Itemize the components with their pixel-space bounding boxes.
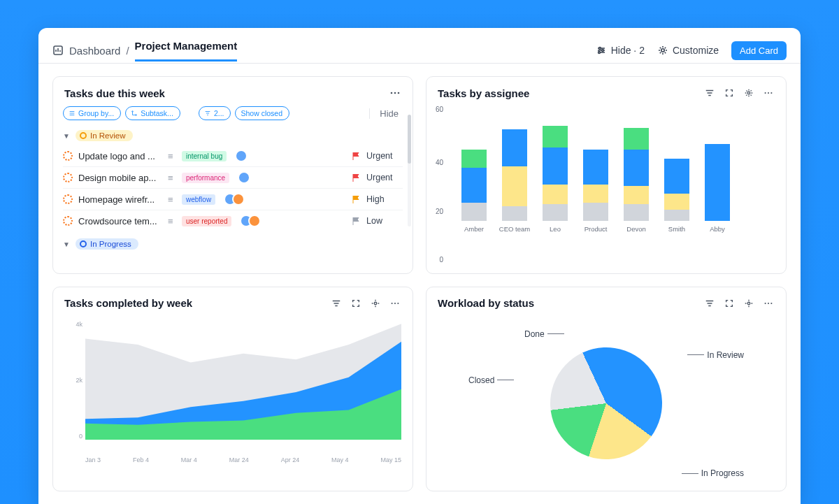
- bar-label: Devon: [626, 225, 645, 233]
- svg-point-6: [394, 92, 396, 94]
- pie-chart: Done Closed In Review In Progress: [426, 317, 786, 491]
- svg-point-2: [601, 50, 603, 52]
- pill-group-by[interactable]: Group by...: [63, 106, 121, 120]
- sliders-icon: [596, 45, 607, 56]
- bar-label: Leo: [550, 225, 561, 233]
- dashboard-grid: Tasks due this week Group by... Subtask.…: [38, 64, 801, 504]
- area-chart: 4k2k0 Jan 3Feb 4Mar 4Mar 24Apr 24May 4Ma…: [53, 317, 413, 491]
- svg-point-13: [770, 92, 772, 94]
- task-avatars: [244, 215, 261, 227]
- more-icon[interactable]: [762, 297, 775, 310]
- task-name: Homepage wirefr...: [78, 194, 162, 205]
- bar-label: Product: [585, 225, 608, 233]
- task-section-in-review: ▼ In Review Update logo and ... ≡ intern…: [53, 127, 413, 231]
- svg-point-18: [747, 302, 750, 305]
- task-row[interactable]: Crowdsource tem... ≡ user reported Low: [63, 210, 403, 231]
- svg-point-5: [391, 92, 393, 94]
- pill-subtask[interactable]: Subtask...: [125, 106, 180, 120]
- bar-label: Smith: [668, 225, 685, 233]
- breadcrumb-sep: /: [126, 45, 129, 57]
- caret-down-icon[interactable]: ▼: [63, 132, 71, 140]
- task-row[interactable]: Design mobile ap... ≡ performance Urgent: [63, 166, 403, 188]
- breadcrumb-root[interactable]: Dashboard: [69, 45, 120, 57]
- filter-icon[interactable]: [703, 87, 716, 99]
- flag-icon: [351, 216, 361, 226]
- card-tasks-by-assignee: Tasks by assignee 6040200 AmberCEO teamL…: [426, 76, 787, 274]
- task-priority: Low: [366, 216, 403, 226]
- gear-icon[interactable]: [743, 87, 755, 99]
- filter-pill-row: Group by... Subtask... 2... Show closed …: [53, 106, 413, 127]
- svg-point-19: [765, 302, 766, 303]
- avatar: [238, 171, 250, 184]
- bar-column: Devon: [624, 128, 649, 233]
- customize-label: Customize: [673, 45, 719, 56]
- pill-filter-count[interactable]: 2...: [199, 106, 231, 120]
- topbar: Dashboard / Project Management Hide · 2 …: [38, 28, 801, 63]
- task-status-icon: [63, 194, 73, 204]
- svg-point-15: [392, 302, 393, 303]
- bar-label: Amber: [464, 225, 484, 233]
- svg-point-21: [770, 302, 772, 303]
- card-workload: Workload by status Done Closed In Review…: [426, 287, 787, 492]
- gear-icon[interactable]: [743, 297, 755, 310]
- task-tag: internal bug: [182, 151, 227, 161]
- task-status-icon: [63, 173, 73, 182]
- flag-icon: [351, 151, 361, 161]
- card-title: Tasks by assignee: [438, 87, 529, 99]
- breadcrumb-current[interactable]: Project Management: [135, 40, 238, 62]
- status-badge-in-progress[interactable]: In Progress: [76, 238, 138, 250]
- task-priority: High: [366, 194, 403, 204]
- expand-icon[interactable]: [350, 297, 362, 310]
- svg-point-11: [765, 92, 766, 94]
- card-tasks-due: Tasks due this week Group by... Subtask.…: [52, 76, 413, 274]
- more-icon[interactable]: [762, 87, 775, 99]
- more-icon[interactable]: [389, 297, 401, 310]
- gear-icon: [657, 45, 668, 56]
- svg-point-16: [394, 302, 396, 303]
- svg-point-14: [374, 302, 377, 305]
- expand-icon[interactable]: [723, 297, 736, 310]
- breadcrumb: Dashboard / Project Management: [52, 40, 237, 62]
- card-title: Tasks due this week: [64, 87, 165, 99]
- expand-icon[interactable]: [723, 87, 736, 99]
- svg-point-7: [398, 92, 400, 94]
- task-section-in-progress: ▼ In Progress: [53, 236, 413, 254]
- svg-point-1: [598, 48, 601, 50]
- bar-column: Smith: [664, 159, 689, 233]
- y-axis: 4k2k0: [64, 321, 83, 440]
- svg-point-12: [768, 92, 769, 94]
- caret-down-icon[interactable]: ▼: [63, 240, 71, 248]
- svg-point-17: [397, 302, 399, 303]
- dashboard-icon: [52, 45, 64, 56]
- task-status-icon: [63, 151, 73, 161]
- task-priority: Urgent: [366, 173, 403, 182]
- bar-chart: 6040200 AmberCEO teamLeoProductDevonSmit…: [426, 106, 786, 273]
- gear-icon[interactable]: [369, 297, 382, 310]
- customize-button[interactable]: Customize: [657, 45, 719, 56]
- pie-label-closed: Closed: [468, 375, 514, 385]
- hide-count-button[interactable]: Hide · 2: [596, 45, 645, 56]
- hide-link[interactable]: Hide: [369, 108, 403, 119]
- svg-point-3: [598, 52, 600, 54]
- pill-show-closed[interactable]: Show closed: [235, 106, 289, 120]
- status-badge-in-review[interactable]: In Review: [76, 130, 133, 141]
- filter-icon[interactable]: [330, 297, 343, 310]
- list-icon: ≡: [168, 194, 176, 205]
- more-icon[interactable]: [389, 87, 401, 99]
- add-card-button[interactable]: Add Card: [731, 41, 787, 60]
- pie-label-done: Done: [524, 329, 564, 339]
- bar-column: Leo: [543, 126, 568, 233]
- filter-icon[interactable]: [703, 297, 716, 310]
- task-avatars: [239, 150, 248, 162]
- task-avatars: [228, 193, 245, 206]
- x-axis: Jan 3Feb 4Mar 4Mar 24Apr 24May 4May 15: [64, 454, 401, 463]
- pie-label-inreview: In Review: [687, 350, 744, 360]
- flag-icon: [351, 173, 361, 182]
- task-status-icon: [63, 216, 73, 226]
- pie-label-inprogress: In Progress: [682, 468, 744, 478]
- list-icon: ≡: [168, 216, 176, 226]
- avatar: [248, 215, 261, 227]
- scrollbar[interactable]: [408, 115, 411, 226]
- task-row[interactable]: Update logo and ... ≡ internal bug Urgen…: [63, 145, 403, 166]
- task-row[interactable]: Homepage wirefr... ≡ webflow High: [63, 188, 403, 210]
